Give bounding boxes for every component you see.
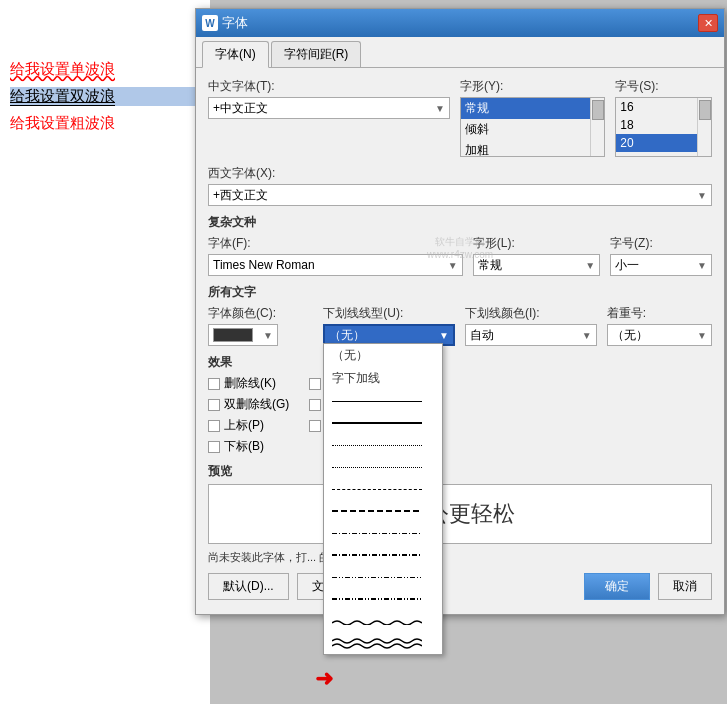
default-button[interactable]: 默认(D)... [208, 573, 289, 600]
complex-size-label: 字号(Z): [610, 235, 712, 252]
complex-size-select[interactable]: 小一 ▼ [610, 254, 712, 276]
style-list-items: 常规 倾斜 加粗 [461, 98, 590, 156]
style-item-italic[interactable]: 倾斜 [461, 119, 590, 140]
complex-font-select[interactable]: Times New Roman ▼ [208, 254, 463, 276]
complex-size-group: 字号(Z): 小一 ▼ [610, 235, 712, 276]
size-list-items: 16 18 20 [616, 98, 697, 156]
complex-style-arrow: ▼ [585, 260, 595, 271]
tab-font[interactable]: 字体(N) [202, 41, 269, 68]
superscript-checkbox[interactable] [208, 420, 220, 432]
line-dash2 [332, 510, 422, 512]
underline-color-group: 下划线颜色(I): 自动 ▼ [465, 305, 597, 346]
size-item-20[interactable]: 20 [616, 134, 697, 152]
wavy-svg1 [332, 617, 422, 625]
size-group: 字号(S): 16 18 20 [615, 78, 712, 157]
line-dashdot1 [332, 533, 422, 534]
preview-box: 办公更轻松 [208, 484, 712, 544]
complex-style-label: 字形(L): [473, 235, 600, 252]
line-dashdotdot1 [332, 577, 422, 578]
size-scrollbar[interactable] [697, 98, 711, 156]
dropdown-item-single[interactable] [324, 390, 442, 412]
style-scrollbar[interactable] [590, 98, 604, 156]
doc-line-3: 给我设置粗波浪 [10, 114, 200, 133]
complex-font-label: 字体(F): [208, 235, 463, 252]
ok-button[interactable]: 确定 [584, 573, 650, 600]
complex-font-arrow: ▼ [448, 260, 458, 271]
underline-color-arrow: ▼ [582, 330, 592, 341]
buttons-row: 默认(D)... 文本... 确定 取消 [208, 573, 712, 604]
dropdown-item-dashdot1[interactable] [324, 522, 442, 544]
dropdown-item-none[interactable]: （无） [324, 344, 442, 367]
all-text-row: 字体颜色(C): ▼ 下划线线型(U): （无） ▼ （无） 字下加线 [208, 305, 712, 346]
cancel-button[interactable]: 取消 [658, 573, 712, 600]
all-caps-checkbox[interactable] [309, 399, 321, 411]
style-item-regular[interactable]: 常规 [461, 98, 590, 119]
underline-type-arrow: ▼ [439, 330, 449, 341]
font-color-select[interactable]: ▼ [208, 324, 278, 346]
style-group: 字形(Y): 常规 倾斜 加粗 [460, 78, 605, 157]
dropdown-item-dotted2[interactable] [324, 456, 442, 478]
western-font-select[interactable]: +西文正文 ▼ [208, 184, 712, 206]
underline-color-select[interactable]: 自动 ▼ [465, 324, 597, 346]
dropdown-item-label[interactable]: 字下加线 [324, 367, 442, 390]
underline-dropdown: （无） 字下加线 [323, 343, 443, 655]
line-dashdotdot2 [332, 598, 422, 600]
style-label: 字形(Y): [460, 78, 605, 95]
underline-type-value: （无） [329, 327, 365, 344]
complex-style-select[interactable]: 常规 ▼ [473, 254, 600, 276]
complex-font-section: 复杂文种 [208, 214, 712, 231]
dropdown-item-wavy1[interactable] [324, 610, 442, 632]
dropdown-item-thick[interactable] [324, 412, 442, 434]
effects-col-left: 删除线(K) 双删除线(G) 上标(P) 下标(B) [208, 375, 289, 455]
tab-bar: 字体(N) 字符间距(R) [196, 37, 724, 68]
emphasis-group: 着重号: （无） ▼ [607, 305, 712, 346]
strikethrough-label: 删除线(K) [224, 375, 276, 392]
dropdown-item-dash2[interactable] [324, 500, 442, 522]
style-item-bold[interactable]: 加粗 [461, 140, 590, 156]
line-dotted2 [332, 467, 422, 468]
subscript-checkbox[interactable] [208, 441, 220, 453]
dialog-title: 字体 [222, 14, 248, 32]
subscript-label: 下标(B) [224, 438, 264, 455]
size-item-18[interactable]: 18 [616, 116, 697, 134]
dropdown-item-dashdotdot2[interactable] [324, 588, 442, 610]
western-font-group: 西文字体(X): +西文正文 ▼ [208, 165, 712, 206]
size-label: 字号(S): [615, 78, 712, 95]
chinese-font-select[interactable]: +中文正文 ▼ [208, 97, 450, 119]
dropdown-item-dash1[interactable] [324, 478, 442, 500]
size-scrollbar-thumb [699, 100, 711, 120]
chinese-font-arrow: ▼ [435, 103, 445, 114]
style-scrollbar-thumb [592, 100, 604, 120]
line-dashdot2 [332, 554, 422, 556]
complex-style-group: 字形(L): 常规 ▼ [473, 235, 600, 276]
font-dialog: W 字体 ✕ 字体(N) 字符间距(R) 中文字体(T): +中文正文 ▼ 字形… [195, 8, 725, 615]
emphasis-select[interactable]: （无） ▼ [607, 324, 712, 346]
western-font-label: 西文字体(X): [208, 165, 712, 182]
close-button[interactable]: ✕ [698, 14, 718, 32]
color-swatch [213, 328, 253, 342]
font-color-group: 字体颜色(C): ▼ [208, 305, 313, 346]
effect-subscript: 下标(B) [208, 438, 289, 455]
dropdown-item-wavy2[interactable] [324, 632, 442, 654]
line-single [332, 401, 422, 402]
doc-line-2: 给我设置双波浪 [10, 87, 200, 106]
western-font-arrow: ▼ [697, 190, 707, 201]
wavy-svg2 [332, 637, 422, 649]
dialog-content: 中文字体(T): +中文正文 ▼ 字形(Y): 常规 倾斜 加粗 [196, 68, 724, 614]
dropdown-item-dashdotdot1[interactable] [324, 566, 442, 588]
color-arrow: ▼ [263, 330, 273, 341]
underline-type-group: 下划线线型(U): （无） ▼ （无） 字下加线 [323, 305, 455, 346]
small-caps-checkbox[interactable] [309, 378, 321, 390]
line-dotted1 [332, 445, 422, 446]
size-item-16[interactable]: 16 [616, 98, 697, 116]
dropdown-item-dotted1[interactable] [324, 434, 442, 456]
effect-superscript: 上标(P) [208, 417, 289, 434]
hidden-checkbox[interactable] [309, 420, 321, 432]
complex-font-row: 字体(F): Times New Roman ▼ 字形(L): 常规 ▼ 字号(… [208, 235, 712, 276]
dropdown-item-dashdot2[interactable] [324, 544, 442, 566]
effect-strikethrough: 删除线(K) [208, 375, 289, 392]
double-strikethrough-checkbox[interactable] [208, 399, 220, 411]
doc-line-1: 给我设置单波浪 [10, 60, 200, 79]
tab-char-spacing[interactable]: 字符间距(R) [271, 41, 362, 67]
strikethrough-checkbox[interactable] [208, 378, 220, 390]
